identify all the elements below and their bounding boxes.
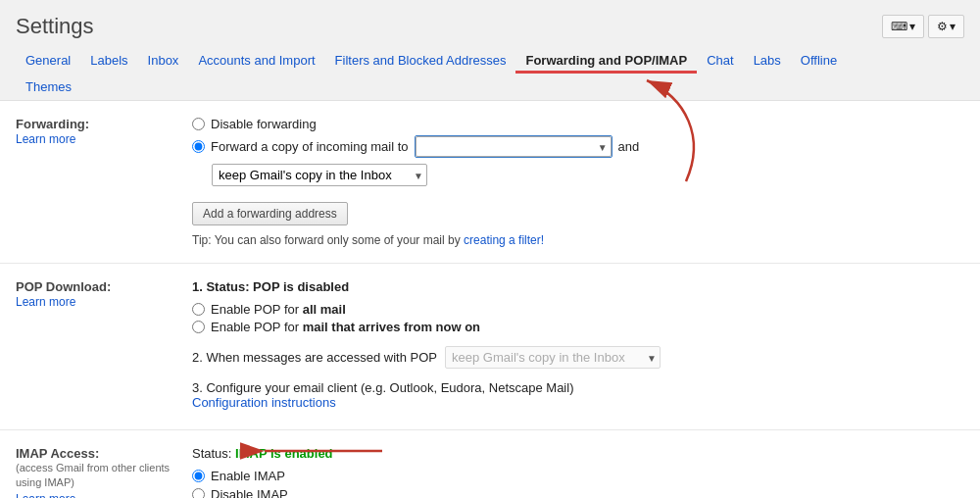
config-link[interactable]: Configuration instructions <box>192 395 336 410</box>
disable-forwarding-radio[interactable] <box>192 118 205 130</box>
imap-label-col: IMAP Access: (access Gmail from other cl… <box>16 446 192 498</box>
page-title: Settings <box>16 14 94 39</box>
pop-enable-now-row: Enable POP for mail that arrives from no… <box>192 320 964 334</box>
pop-status-text: 1. Status: POP is disabled <box>192 279 964 294</box>
gear-button[interactable]: ⚙ ▾ <box>928 15 964 38</box>
keep-copy-wrapper: keep Gmail's copy in the Inbox mark Gmai… <box>212 164 427 186</box>
pop-section: POP Download: Learn more 1. Status: POP … <box>0 264 980 430</box>
imap-disable-row: Disable IMAP <box>192 487 964 498</box>
pop-all-radio[interactable] <box>192 303 205 316</box>
pop-now-label: Enable POP for mail that arrives from no… <box>211 320 480 334</box>
imap-enable-radio[interactable] <box>192 470 205 482</box>
imap-sublabel: (access Gmail from other clients using I… <box>16 461 176 491</box>
pop-status-section: 1. Status: POP is disabled Enable POP fo… <box>192 279 964 334</box>
nav-forwarding[interactable]: Forwarding and POP/IMAP <box>515 47 697 74</box>
keep-copy-row: keep Gmail's copy in the Inbox mark Gmai… <box>212 164 964 186</box>
keyboard-button[interactable]: ⌨ ▾ <box>882 15 924 38</box>
nav-row-1: General Labels Inbox Accounts and Import… <box>16 47 964 74</box>
gear-icon: ⚙ <box>937 20 948 33</box>
imap-status-row: Status: IMAP is enabled <box>192 446 964 461</box>
pop-learn-more[interactable]: Learn more <box>16 295 75 309</box>
imap-disable-label: Disable IMAP <box>211 487 288 498</box>
imap-label: IMAP Access: <box>16 446 176 461</box>
nav-accounts[interactable]: Accounts and Import <box>188 47 324 74</box>
forward-copy-label: Forward a copy of incoming mail to <box>211 139 409 154</box>
nav-general[interactable]: General <box>16 47 80 74</box>
pop-keep-wrapper: keep Gmail's copy in the Inbox <box>445 346 661 369</box>
nav-filters[interactable]: Filters and Blocked Addresses <box>325 47 516 74</box>
forwarding-label: Forwarding: <box>16 117 176 131</box>
tip-text: Tip: You can also forward only some of y… <box>192 233 964 247</box>
pop-section2: 2. When messages are accessed with POP k… <box>192 346 964 369</box>
forwarding-learn-more[interactable]: Learn more <box>16 132 75 146</box>
pop-content: 1. Status: POP is disabled Enable POP fo… <box>192 279 964 414</box>
and-label: and <box>618 139 640 154</box>
pop-section3: 3. Configure your email client (e.g. Out… <box>192 380 964 410</box>
gear-dropdown-arrow: ▾ <box>950 20 956 33</box>
add-forwarding-button[interactable]: Add a forwarding address <box>192 202 348 225</box>
imap-learn-more[interactable]: Learn more <box>16 492 75 498</box>
forwarding-label-col: Forwarding: Learn more <box>16 117 192 146</box>
imap-enable-row: Enable IMAP <box>192 469 964 483</box>
nav-chat[interactable]: Chat <box>697 47 743 74</box>
imap-disable-radio[interactable] <box>192 488 205 498</box>
enable-forwarding-radio[interactable] <box>192 140 205 153</box>
pop-section3-sub: (e.g. Outlook, Eudora, Netscape Mail) <box>361 380 574 395</box>
keyboard-icon: ⌨ <box>891 20 907 33</box>
nav-inbox[interactable]: Inbox <box>138 47 189 74</box>
pop-label-col: POP Download: Learn more <box>16 279 192 309</box>
nav-labels[interactable]: Labels <box>80 47 137 74</box>
keyboard-dropdown-arrow: ▾ <box>909 20 915 33</box>
filter-link[interactable]: creating a filter! <box>464 233 544 247</box>
imap-section: IMAP Access: (access Gmail from other cl… <box>0 430 980 498</box>
pop-enable-all-row: Enable POP for all mail <box>192 302 964 317</box>
nav-offline[interactable]: Offline <box>791 47 847 74</box>
disable-forwarding-row: Disable forwarding <box>192 117 964 131</box>
forward-address-wrapper <box>415 135 612 158</box>
tip-label: Tip: You can also forward only some of y… <box>192 233 461 247</box>
pop-section2-label: 2. When messages are accessed with POP <box>192 350 437 365</box>
keep-copy-select[interactable]: keep Gmail's copy in the Inbox mark Gmai… <box>212 164 427 186</box>
forward-copy-row: Forward a copy of incoming mail to and <box>192 135 964 158</box>
nav: General Labels Inbox Accounts and Import… <box>0 39 980 101</box>
pop-label: POP Download: <box>16 279 176 294</box>
nav-themes[interactable]: Themes <box>16 74 81 100</box>
header-icons: ⌨ ▾ ⚙ ▾ <box>882 15 964 38</box>
forward-address-select[interactable] <box>416 136 612 157</box>
nav-row-2: Themes <box>16 74 964 100</box>
content: Forwarding: Learn more Disable forwardin… <box>0 101 980 498</box>
page-wrapper: Settings ⌨ ▾ ⚙ ▾ General Labels Inbox Ac… <box>0 0 980 498</box>
imap-status-value: IMAP is enabled <box>235 446 332 461</box>
pop-now-radio[interactable] <box>192 321 205 333</box>
imap-content: Status: IMAP is enabled Enable IMAP Disa… <box>192 446 964 498</box>
imap-status-label: Status: <box>192 446 231 461</box>
imap-enable-label: Enable IMAP <box>211 469 285 483</box>
nav-labs[interactable]: Labs <box>744 47 791 74</box>
pop-all-label: Enable POP for all mail <box>211 302 346 317</box>
forwarding-content: Disable forwarding Forward a copy of inc… <box>192 117 964 247</box>
pop-keep-select[interactable]: keep Gmail's copy in the Inbox <box>445 346 661 369</box>
pop-section3-label: 3. Configure your email client <box>192 380 357 395</box>
header: Settings ⌨ ▾ ⚙ ▾ <box>0 0 980 39</box>
forwarding-section: Forwarding: Learn more Disable forwardin… <box>0 101 980 264</box>
disable-forwarding-label: Disable forwarding <box>211 117 317 131</box>
